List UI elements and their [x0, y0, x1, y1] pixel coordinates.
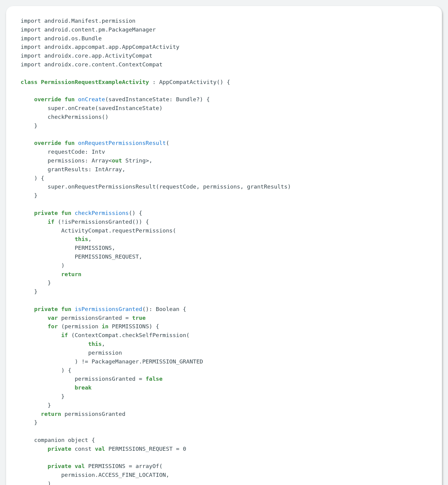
- code-content: import android.Manifest.permission impor…: [21, 18, 291, 485]
- code-block: import android.Manifest.permission impor…: [21, 17, 427, 485]
- code-block-container: import android.Manifest.permission impor…: [6, 6, 442, 485]
